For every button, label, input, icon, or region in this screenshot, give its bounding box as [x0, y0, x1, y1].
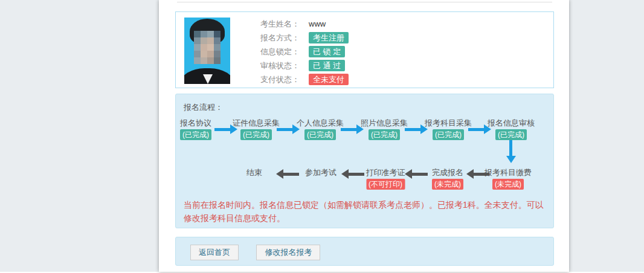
- photo-shirt: [203, 74, 213, 84]
- flow-step-end: 结束: [246, 168, 262, 178]
- flow-step-info-audit: 报名信息审核 (已完成): [488, 118, 535, 140]
- info-label: 报名方式：: [260, 33, 309, 43]
- page-background-left: [0, 0, 159, 272]
- info-label: 信息锁定：: [260, 47, 309, 57]
- arrow-down-icon: [506, 140, 516, 163]
- arrow-left-icon: [276, 169, 299, 179]
- status-message: 当前在报名时间内。报名信息已锁定（如需解锁请联系考点老师）。已报考1科。全未支付…: [184, 198, 546, 225]
- info-row-lock-status: 信息锁定： 已 锁 定: [260, 45, 349, 59]
- info-label: 考生姓名：: [260, 19, 309, 30]
- flow-step-photo-info: 照片信息采集 (已完成): [361, 118, 408, 140]
- info-row-reg-method: 报名方式： 考生注册: [260, 31, 349, 45]
- content-column: 考生姓名： www 报名方式： 考生注册 信息锁定： 已 锁 定 审核状态： 已…: [159, 0, 569, 272]
- status-badge-unpaid: 全未支付: [309, 74, 349, 85]
- flow-step-agreement: 报名协议 (已完成): [180, 118, 211, 140]
- candidate-info-rows: 考生姓名： www 报名方式： 考生注册 信息锁定： 已 锁 定 审核状态： 已…: [260, 17, 349, 86]
- step-status-badge: (已完成): [240, 129, 272, 140]
- actions-panel: 返回首页 修改报名报考: [175, 237, 554, 266]
- flow-step-id-info: 证件信息采集 (已完成): [233, 118, 280, 140]
- info-label: 审核状态：: [260, 60, 309, 71]
- step-status-badge: (未完成): [432, 179, 463, 190]
- arrow-left-icon: [341, 169, 364, 179]
- status-badge-approved: 已 通 过: [309, 60, 345, 71]
- step-status-badge: (已完成): [495, 129, 527, 140]
- step-status-badge: (已完成): [369, 129, 400, 140]
- flow-step-personal-info: 个人信息采集 (已完成): [297, 118, 344, 140]
- registration-flow-panel: 报名流程： 报名协议 (已完成) 证件信息采集 (已完成) 个人信息采集 (已完…: [175, 94, 554, 228]
- candidate-name-value: www: [309, 19, 326, 28]
- flow-step-print-ticket: 打印准考证 (不可打印): [366, 168, 405, 190]
- top-divider: [177, 2, 552, 2]
- step-status-badge: (已完成): [180, 129, 211, 140]
- candidate-info-panel: 考生姓名： www 报名方式： 考生注册 信息锁定： 已 锁 定 审核状态： 已…: [175, 11, 554, 88]
- back-home-button[interactable]: 返回首页: [190, 245, 239, 260]
- page-background-right: [569, 0, 644, 272]
- step-status-badge: (未完成): [492, 179, 524, 190]
- status-badge-locked: 已 锁 定: [309, 46, 345, 57]
- candidate-photo: [184, 18, 230, 84]
- flow-step-complete-registration: 完成报名 (未完成): [432, 168, 463, 190]
- flow-step-take-exam: 参加考试: [305, 168, 336, 178]
- info-label: 支付状态：: [260, 74, 309, 85]
- info-row-audit-status: 审核状态： 已 通 过: [260, 59, 349, 72]
- photo-pixelated-face: [194, 31, 221, 64]
- info-row-name: 考生姓名： www: [260, 17, 349, 31]
- page: 考生姓名： www 报名方式： 考生注册 信息锁定： 已 锁 定 审核状态： 已…: [0, 0, 644, 273]
- flow-title: 报名流程：: [184, 102, 223, 113]
- step-status-badge: (不可打印): [366, 179, 405, 190]
- step-status-badge: (已完成): [304, 129, 336, 140]
- modify-registration-button[interactable]: 修改报名报考: [256, 245, 320, 260]
- info-row-payment-status: 支付状态： 全未支付: [260, 72, 349, 86]
- flow-step-pay-fee: 报考科目缴费 (未完成): [485, 168, 532, 190]
- step-status-badge: (已完成): [433, 129, 464, 140]
- flow-step-subject-selection: 报考科目采集 (已完成): [425, 118, 472, 140]
- status-badge-reg-method: 考生注册: [309, 32, 349, 43]
- arrow-left-icon: [405, 169, 428, 179]
